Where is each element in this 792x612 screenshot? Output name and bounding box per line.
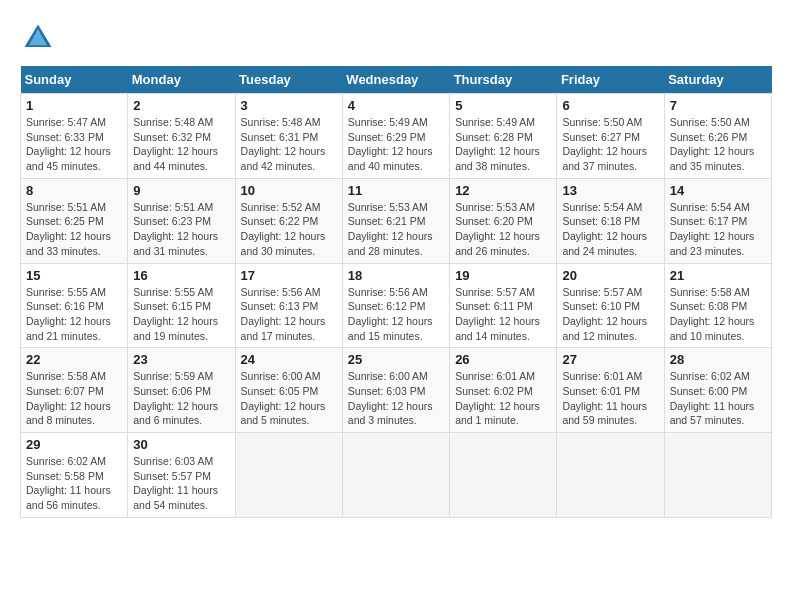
week-row-2: 8 Sunrise: 5:51 AMSunset: 6:25 PMDayligh… [21,178,772,263]
calendar-cell: 23 Sunrise: 5:59 AMSunset: 6:06 PMDaylig… [128,348,235,433]
calendar-cell: 7 Sunrise: 5:50 AMSunset: 6:26 PMDayligh… [664,94,771,179]
day-number: 7 [670,98,766,113]
calendar-cell: 16 Sunrise: 5:55 AMSunset: 6:15 PMDaylig… [128,263,235,348]
logo-icon [20,20,56,56]
week-row-5: 29 Sunrise: 6:02 AMSunset: 5:58 PMDaylig… [21,433,772,518]
calendar-cell: 8 Sunrise: 5:51 AMSunset: 6:25 PMDayligh… [21,178,128,263]
logo [20,20,60,56]
calendar-cell: 21 Sunrise: 5:58 AMSunset: 6:08 PMDaylig… [664,263,771,348]
day-number: 11 [348,183,444,198]
day-detail: Sunrise: 5:53 AMSunset: 6:20 PMDaylight:… [455,200,551,259]
col-thursday: Thursday [450,66,557,94]
day-number: 3 [241,98,337,113]
calendar-cell: 10 Sunrise: 5:52 AMSunset: 6:22 PMDaylig… [235,178,342,263]
day-number: 8 [26,183,122,198]
calendar-cell: 14 Sunrise: 5:54 AMSunset: 6:17 PMDaylig… [664,178,771,263]
col-wednesday: Wednesday [342,66,449,94]
day-detail: Sunrise: 5:49 AMSunset: 6:28 PMDaylight:… [455,115,551,174]
day-detail: Sunrise: 5:51 AMSunset: 6:25 PMDaylight:… [26,200,122,259]
day-number: 20 [562,268,658,283]
day-number: 9 [133,183,229,198]
day-number: 15 [26,268,122,283]
calendar-cell: 18 Sunrise: 5:56 AMSunset: 6:12 PMDaylig… [342,263,449,348]
calendar-cell: 30 Sunrise: 6:03 AMSunset: 5:57 PMDaylig… [128,433,235,518]
calendar-cell: 12 Sunrise: 5:53 AMSunset: 6:20 PMDaylig… [450,178,557,263]
day-number: 17 [241,268,337,283]
calendar-cell: 9 Sunrise: 5:51 AMSunset: 6:23 PMDayligh… [128,178,235,263]
day-detail: Sunrise: 5:58 AMSunset: 6:08 PMDaylight:… [670,285,766,344]
calendar-cell: 29 Sunrise: 6:02 AMSunset: 5:58 PMDaylig… [21,433,128,518]
day-detail: Sunrise: 6:00 AMSunset: 6:03 PMDaylight:… [348,369,444,428]
day-number: 6 [562,98,658,113]
day-number: 5 [455,98,551,113]
day-detail: Sunrise: 5:50 AMSunset: 6:26 PMDaylight:… [670,115,766,174]
day-detail: Sunrise: 6:03 AMSunset: 5:57 PMDaylight:… [133,454,229,513]
calendar-cell: 17 Sunrise: 5:56 AMSunset: 6:13 PMDaylig… [235,263,342,348]
calendar-cell: 5 Sunrise: 5:49 AMSunset: 6:28 PMDayligh… [450,94,557,179]
day-number: 28 [670,352,766,367]
calendar-cell: 27 Sunrise: 6:01 AMSunset: 6:01 PMDaylig… [557,348,664,433]
day-detail: Sunrise: 5:58 AMSunset: 6:07 PMDaylight:… [26,369,122,428]
calendar-cell: 11 Sunrise: 5:53 AMSunset: 6:21 PMDaylig… [342,178,449,263]
day-number: 26 [455,352,551,367]
day-detail: Sunrise: 6:02 AMSunset: 6:00 PMDaylight:… [670,369,766,428]
day-detail: Sunrise: 5:59 AMSunset: 6:06 PMDaylight:… [133,369,229,428]
calendar-body: 1 Sunrise: 5:47 AMSunset: 6:33 PMDayligh… [21,94,772,518]
calendar-cell: 24 Sunrise: 6:00 AMSunset: 6:05 PMDaylig… [235,348,342,433]
col-saturday: Saturday [664,66,771,94]
day-number: 27 [562,352,658,367]
calendar-cell: 15 Sunrise: 5:55 AMSunset: 6:16 PMDaylig… [21,263,128,348]
day-number: 4 [348,98,444,113]
calendar-cell: 1 Sunrise: 5:47 AMSunset: 6:33 PMDayligh… [21,94,128,179]
calendar-cell [664,433,771,518]
calendar-cell [235,433,342,518]
calendar-cell: 4 Sunrise: 5:49 AMSunset: 6:29 PMDayligh… [342,94,449,179]
week-row-3: 15 Sunrise: 5:55 AMSunset: 6:16 PMDaylig… [21,263,772,348]
day-number: 18 [348,268,444,283]
day-detail: Sunrise: 5:55 AMSunset: 6:15 PMDaylight:… [133,285,229,344]
col-tuesday: Tuesday [235,66,342,94]
day-detail: Sunrise: 5:49 AMSunset: 6:29 PMDaylight:… [348,115,444,174]
day-number: 2 [133,98,229,113]
day-number: 12 [455,183,551,198]
day-number: 24 [241,352,337,367]
week-row-4: 22 Sunrise: 5:58 AMSunset: 6:07 PMDaylig… [21,348,772,433]
day-number: 29 [26,437,122,452]
calendar-cell: 19 Sunrise: 5:57 AMSunset: 6:11 PMDaylig… [450,263,557,348]
col-sunday: Sunday [21,66,128,94]
calendar-cell: 25 Sunrise: 6:00 AMSunset: 6:03 PMDaylig… [342,348,449,433]
calendar-cell: 20 Sunrise: 5:57 AMSunset: 6:10 PMDaylig… [557,263,664,348]
calendar-cell [342,433,449,518]
day-number: 13 [562,183,658,198]
day-detail: Sunrise: 6:02 AMSunset: 5:58 PMDaylight:… [26,454,122,513]
day-detail: Sunrise: 6:01 AMSunset: 6:01 PMDaylight:… [562,369,658,428]
day-number: 14 [670,183,766,198]
day-detail: Sunrise: 5:50 AMSunset: 6:27 PMDaylight:… [562,115,658,174]
day-detail: Sunrise: 5:48 AMSunset: 6:31 PMDaylight:… [241,115,337,174]
day-number: 30 [133,437,229,452]
calendar-cell: 2 Sunrise: 5:48 AMSunset: 6:32 PMDayligh… [128,94,235,179]
day-detail: Sunrise: 5:48 AMSunset: 6:32 PMDaylight:… [133,115,229,174]
day-number: 16 [133,268,229,283]
calendar-cell [557,433,664,518]
week-row-1: 1 Sunrise: 5:47 AMSunset: 6:33 PMDayligh… [21,94,772,179]
day-detail: Sunrise: 5:53 AMSunset: 6:21 PMDaylight:… [348,200,444,259]
day-detail: Sunrise: 5:55 AMSunset: 6:16 PMDaylight:… [26,285,122,344]
day-number: 21 [670,268,766,283]
day-number: 22 [26,352,122,367]
calendar-table: Sunday Monday Tuesday Wednesday Thursday… [20,66,772,518]
day-number: 19 [455,268,551,283]
page-header [20,20,772,56]
calendar-cell: 3 Sunrise: 5:48 AMSunset: 6:31 PMDayligh… [235,94,342,179]
day-detail: Sunrise: 5:54 AMSunset: 6:17 PMDaylight:… [670,200,766,259]
calendar-cell: 13 Sunrise: 5:54 AMSunset: 6:18 PMDaylig… [557,178,664,263]
day-number: 23 [133,352,229,367]
col-monday: Monday [128,66,235,94]
header-row: Sunday Monday Tuesday Wednesday Thursday… [21,66,772,94]
day-detail: Sunrise: 6:01 AMSunset: 6:02 PMDaylight:… [455,369,551,428]
calendar-cell [450,433,557,518]
day-number: 25 [348,352,444,367]
calendar-cell: 28 Sunrise: 6:02 AMSunset: 6:00 PMDaylig… [664,348,771,433]
calendar-cell: 6 Sunrise: 5:50 AMSunset: 6:27 PMDayligh… [557,94,664,179]
day-number: 10 [241,183,337,198]
